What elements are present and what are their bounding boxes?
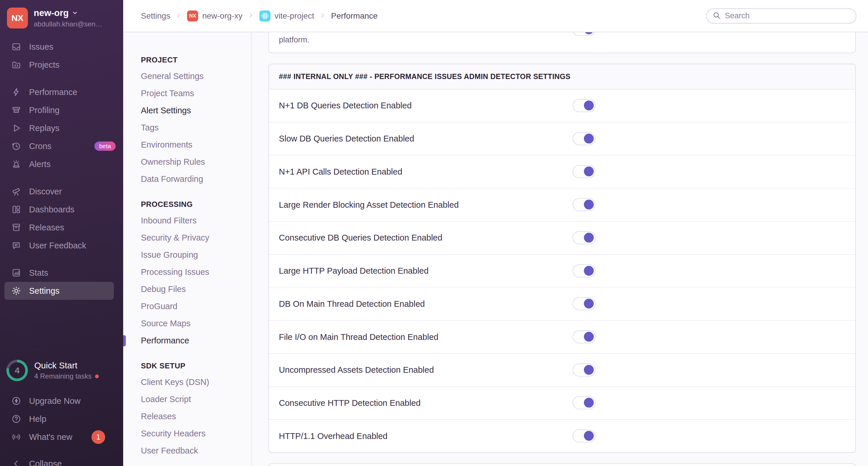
detector-label: HTTP/1.1 Overhead Enabled (279, 431, 388, 441)
settings-nav-item-client-keys-dsn-[interactable]: Client Keys (DSN) (141, 374, 251, 391)
quick-start-count: 4 (9, 362, 25, 378)
toggle-switch[interactable] (572, 165, 595, 178)
settings-nav-item-proguard[interactable]: ProGuard (141, 298, 251, 315)
detector-label: Uncompressed Assets Detection Enabled (279, 365, 434, 375)
breadcrumb-label: vite-project (275, 11, 314, 21)
settings-nav-item-alert-settings[interactable]: Alert Settings (141, 102, 251, 119)
settings-nav-item-performance[interactable]: Performance (141, 332, 251, 349)
search-box[interactable] (706, 8, 857, 24)
settings-nav-item-data-forwarding[interactable]: Data Forwarding (141, 170, 251, 188)
breadcrumb-label: new-org-xy (202, 11, 242, 21)
quick-start-panel[interactable]: 4 Quick Start 4 Remaining tasks (0, 360, 123, 381)
settings-nav-item-source-maps[interactable]: Source Maps (141, 315, 251, 332)
toggle-switch[interactable] (572, 429, 595, 442)
settings-nav-item-user-feedback[interactable]: User Feedback (141, 442, 251, 459)
detector-label: Consecutive HTTP Detection Enabled (279, 398, 421, 408)
settings-nav-item-loader-script[interactable]: Loader Script (141, 391, 251, 408)
sidebar-item-performance[interactable]: Performance (0, 83, 123, 101)
toggle-switch[interactable] (572, 132, 595, 145)
sidebar-item-releases[interactable]: Releases (0, 218, 123, 237)
alerts-icon (11, 159, 22, 169)
toggle-switch[interactable] (572, 198, 595, 211)
sidebar-footer-collapse[interactable]: Collapse (0, 455, 123, 466)
toggle-knob (584, 299, 594, 309)
toggle-knob (584, 134, 594, 144)
sidebar-footer-upgrade-now[interactable]: Upgrade Now (0, 392, 123, 410)
help-icon (11, 414, 22, 424)
settings-nav-item-releases[interactable]: Releases (141, 408, 251, 425)
settings-nav-item-inbound-filters[interactable]: Inbound Filters (141, 212, 251, 229)
sidebar-item-discover[interactable]: Discover (0, 182, 123, 200)
issues-icon (11, 41, 22, 52)
sidebar-item-label: Stats (29, 268, 48, 278)
toggle-switch[interactable] (572, 231, 595, 244)
settings-nav-item-debug-files[interactable]: Debug Files (141, 281, 251, 298)
detector-label: DB On Main Thread Detection Enabled (279, 299, 425, 309)
sidebar-item-user-feedback[interactable]: User Feedback (0, 237, 123, 254)
upgrade-icon (11, 396, 22, 406)
org-name: new-org (34, 8, 69, 18)
breadcrumb-new-org-xy[interactable]: NXnew-org-xy (187, 10, 242, 22)
breadcrumb-header: SettingsNXnew-org-xyvite-projectPerforma… (123, 0, 868, 32)
detector-row: Large Render Blocking Asset Detection En… (269, 188, 855, 221)
notification-dot (95, 374, 99, 378)
detector-row: Large HTTP Payload Detection Enabled (269, 254, 855, 287)
breadcrumb-vite-project[interactable]: vite-project (259, 10, 314, 22)
sidebar-item-alerts[interactable]: Alerts (0, 155, 123, 173)
sidebar-item-settings[interactable]: Settings (4, 282, 114, 300)
toggle-switch[interactable] (572, 297, 595, 310)
toggle-switch[interactable] (572, 364, 595, 376)
crons-icon (11, 141, 22, 151)
search-input[interactable] (725, 11, 850, 20)
settings-nav-item-general-settings[interactable]: General Settings (141, 68, 251, 85)
sidebar-footer-help[interactable]: Help (0, 410, 123, 428)
toggle-knob (584, 431, 594, 441)
toggle-switch[interactable] (572, 330, 595, 343)
detector-label: Consecutive DB Queries Detection Enabled (279, 233, 442, 243)
settings-nav-item-project-teams[interactable]: Project Teams (141, 85, 251, 102)
next-card-sliver (269, 463, 856, 466)
stats-icon (11, 268, 22, 278)
settings-nav-item-issue-grouping[interactable]: Issue Grouping (141, 246, 251, 263)
breadcrumb-separator-icon (319, 12, 326, 20)
breadcrumb-label: Performance (331, 11, 378, 21)
quick-start-title: Quick Start (34, 361, 99, 370)
primary-nav: IssuesProjectsPerformanceProfilingReplay… (0, 38, 123, 300)
sidebar-item-profiling[interactable]: Profiling (0, 101, 123, 119)
sidebar-item-stats[interactable]: Stats (0, 264, 123, 282)
releases-icon (11, 222, 22, 233)
settings-nav-section: PROJECTGeneral SettingsProject TeamsAler… (141, 56, 251, 188)
chevron-down-icon (72, 8, 78, 18)
settings-nav-heading: PROCESSING (141, 200, 251, 209)
whatsnew-icon (11, 432, 22, 442)
settings-nav-item-security-privacy[interactable]: Security & Privacy (141, 229, 251, 246)
toggle-knob (584, 266, 594, 276)
detector-row: Consecutive HTTP Detection Enabled (269, 386, 855, 420)
org-switcher[interactable]: NX new-org abdullah.khan@sen… (0, 0, 123, 34)
sidebar-item-dashboards[interactable]: Dashboards (0, 200, 123, 218)
sidebar-item-label: Profiling (29, 105, 60, 115)
detector-row: N+1 API Calls Detection Enabled (269, 155, 855, 188)
settings-nav-item-ownership-rules[interactable]: Ownership Rules (141, 153, 251, 170)
sidebar-item-projects[interactable]: Projects (0, 56, 123, 74)
breadcrumb-settings[interactable]: Settings (141, 11, 170, 21)
sidebar-footer-what-s-new[interactable]: What's new1 (0, 428, 123, 446)
replays-icon (11, 123, 22, 133)
toggle-switch[interactable] (572, 265, 595, 277)
toggle-knob (584, 233, 594, 243)
performance-icon (11, 87, 22, 97)
sidebar-item-replays[interactable]: Replays (0, 119, 123, 137)
toggle-switch[interactable] (572, 396, 595, 409)
feedback-icon (11, 240, 22, 251)
settings-nav-item-environments[interactable]: Environments (141, 136, 251, 153)
toggle-switch[interactable] (572, 99, 595, 112)
settings-nav-item-processing-issues[interactable]: Processing Issues (141, 263, 251, 281)
panel-header: ### INTERNAL ONLY ### - PERFORMANCE ISSU… (269, 64, 855, 90)
settings-nav-item-security-headers[interactable]: Security Headers (141, 425, 251, 442)
sidebar-item-crons[interactable]: Cronsbeta (0, 137, 123, 155)
sidebar-item-issues[interactable]: Issues (0, 38, 123, 56)
detector-label: File I/O on Main Thread Detection Enable… (279, 332, 438, 342)
detector-row: Slow DB Queries Detection Enabled (269, 122, 855, 155)
settings-nav-item-tags[interactable]: Tags (141, 119, 251, 136)
breadcrumb: SettingsNXnew-org-xyvite-projectPerforma… (141, 10, 378, 22)
